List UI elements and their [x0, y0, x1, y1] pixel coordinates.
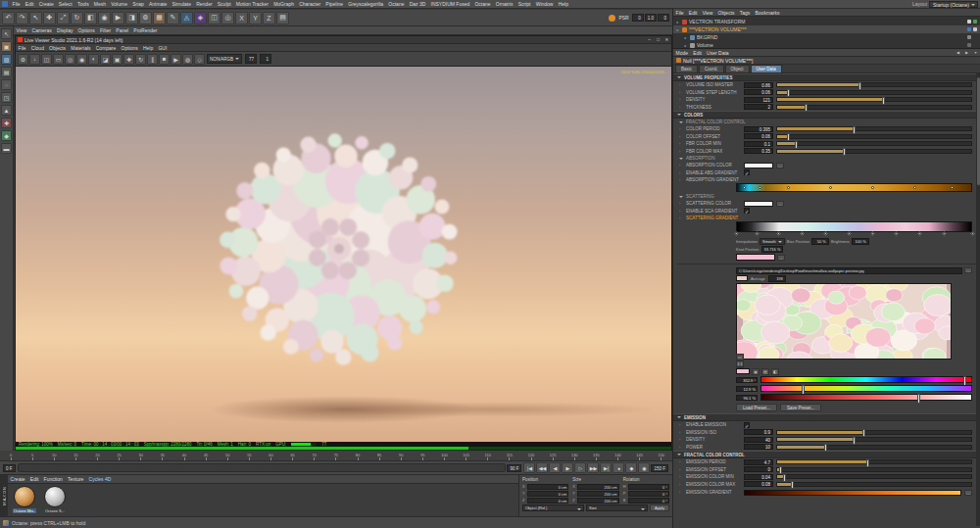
- left-tool-icon[interactable]: ▤: [1, 67, 12, 77]
- gradient-knot[interactable]: [942, 231, 946, 235]
- viewport-menu-item[interactable]: Filter: [97, 27, 113, 33]
- knot-position-field[interactable]: 33.716 %: [761, 246, 784, 253]
- menu-item[interactable]: MoGraph: [271, 1, 297, 7]
- parameter-slider[interactable]: [776, 149, 972, 154]
- picker-value-field[interactable]: 352.9 °: [736, 377, 758, 383]
- object-name[interactable]: ***VECTRON VOLUME***: [689, 26, 965, 32]
- transport-button[interactable]: ◆: [625, 462, 637, 473]
- coord-field[interactable]: 200 cm: [577, 484, 618, 490]
- attribute-menu-item[interactable]: Mode: [673, 50, 691, 56]
- bias-position-field[interactable]: 50 %: [811, 238, 829, 245]
- timeline-ruler[interactable]: 0510152025303540455055606570758085909510…: [0, 451, 672, 461]
- gradient-knot[interactable]: [787, 186, 790, 189]
- parameter-value-field[interactable]: 0.06: [744, 133, 773, 139]
- object-tag-icon[interactable]: [967, 35, 971, 39]
- section-colors[interactable]: COLORS: [673, 111, 980, 119]
- toolbar-icon[interactable]: ◬: [180, 12, 193, 24]
- object-tree-row[interactable]: ▸ BKGRND: [673, 33, 980, 41]
- transport-button[interactable]: ▷: [574, 462, 586, 473]
- object-name[interactable]: Volume: [697, 42, 965, 48]
- viewer-toolbar-icon[interactable]: ↓: [29, 54, 40, 65]
- current-frame-field[interactable]: 90 F: [507, 464, 521, 472]
- toolbar-icon[interactable]: ▤: [276, 12, 289, 24]
- gradient-knot[interactable]: [743, 186, 746, 189]
- parameter-value-field[interactable]: 121: [744, 97, 773, 103]
- average-value-field[interactable]: 198: [768, 275, 786, 282]
- expander-icon[interactable]: ▸: [675, 20, 680, 24]
- viewport-menu-item[interactable]: View: [14, 27, 29, 33]
- tab-cycles4d[interactable]: Cycles 4D: [86, 476, 114, 482]
- window-button[interactable]: –: [645, 36, 654, 43]
- left-tool-icon[interactable]: ▣: [1, 41, 12, 52]
- texture-preview-frame[interactable]: [736, 283, 952, 360]
- left-tool-icon[interactable]: ▨: [1, 54, 12, 65]
- menu-item[interactable]: Sculpt: [215, 1, 233, 7]
- object-tag-icon[interactable]: [967, 20, 971, 24]
- viewport-menu-item[interactable]: ProRender: [131, 27, 160, 33]
- gradient-knot[interactable]: [759, 186, 761, 189]
- viewer-menu-item[interactable]: GUI: [156, 45, 170, 51]
- menu-item[interactable]: Window: [533, 1, 556, 7]
- psr-indicator-icon[interactable]: [609, 15, 615, 22]
- material-menu-item[interactable]: Edit: [27, 476, 41, 482]
- object-tree-row[interactable]: ▸ ***VECTRON VOLUME***: [673, 25, 980, 33]
- picker-value-field[interactable]: 12.9 %: [736, 386, 758, 392]
- menu-item[interactable]: Script: [515, 1, 533, 7]
- menu-item[interactable]: Volume: [109, 1, 130, 7]
- object-tag-icon[interactable]: [973, 43, 977, 47]
- menu-item[interactable]: Character: [297, 1, 323, 7]
- gradient-knot[interactable]: [823, 231, 827, 235]
- menu-item[interactable]: Create: [36, 1, 56, 7]
- object-tag-icon[interactable]: [973, 27, 977, 31]
- gradient-knot[interactable]: [871, 231, 875, 235]
- material-menu-item[interactable]: Function: [41, 476, 65, 482]
- transport-button[interactable]: ▶: [562, 462, 573, 473]
- transport-button[interactable]: ◀: [549, 462, 561, 473]
- knot-color-browse-button[interactable]: ...: [777, 255, 785, 261]
- menu-item[interactable]: Select: [56, 1, 74, 7]
- parameter-value-field[interactable]: 0.395: [744, 126, 773, 132]
- gradient-knot[interactable]: [829, 186, 832, 189]
- absorption-gradient-bar[interactable]: [736, 183, 972, 192]
- scattering-color-swatch[interactable]: [744, 201, 773, 207]
- menu-item[interactable]: File: [10, 1, 23, 7]
- gradient-knot[interactable]: [848, 231, 852, 235]
- coord-size-dropdown[interactable]: Size: [586, 504, 648, 511]
- left-tool-icon[interactable]: ▬: [1, 143, 12, 154]
- viewer-toolbar-icon[interactable]: ◫: [41, 54, 52, 65]
- parameter-value-field[interactable]: 2: [744, 104, 773, 110]
- object-manager-menu-item[interactable]: View: [700, 10, 715, 16]
- toolbar-icon[interactable]: ◧: [84, 12, 97, 24]
- object-manager-menu-item[interactable]: File: [673, 10, 686, 16]
- transport-button[interactable]: ▶|: [600, 462, 612, 473]
- viewer-toolbar-icon[interactable]: ◐: [88, 54, 99, 65]
- coord-field[interactable]: 0 °: [628, 484, 669, 490]
- coord-field[interactable]: 200 cm: [577, 498, 618, 504]
- viewer-menu-item[interactable]: Objects: [47, 45, 69, 51]
- menu-item[interactable]: Snap: [130, 1, 147, 7]
- toolbar-icon[interactable]: ↶: [2, 12, 15, 24]
- toolbar-icon[interactable]: ⤢: [57, 12, 70, 24]
- toolbar-icon[interactable]: ↖: [29, 12, 42, 24]
- gradient-knot[interactable]: [913, 186, 916, 189]
- gradient-knot[interactable]: [951, 186, 954, 189]
- gradient-knot[interactable]: [776, 231, 780, 235]
- coord-field[interactable]: 0 °: [628, 491, 669, 497]
- object-tree-row[interactable]: ▸ VECTRON TRANSFORM: [673, 18, 980, 25]
- end-frame-field[interactable]: 150 F: [651, 464, 668, 472]
- enable-abs-gradient-checkbox[interactable]: ✓: [744, 169, 750, 175]
- viewer-menu-item[interactable]: Compare: [93, 45, 119, 51]
- toolbar-icon[interactable]: ✎: [167, 12, 179, 24]
- knot-color-swatch[interactable]: [736, 254, 775, 261]
- parameter-value-field[interactable]: 0.86: [744, 82, 773, 88]
- layout-dropdown[interactable]: Startup (Octane): [929, 1, 978, 8]
- viewer-toolbar-icon[interactable]: ▭: [53, 54, 64, 65]
- gradient-knot[interactable]: [918, 231, 922, 235]
- interpolation-dropdown[interactable]: Smooth: [760, 238, 785, 245]
- parameter-slider[interactable]: [776, 459, 972, 464]
- picker-mode-icon[interactable]: ▤: [761, 368, 769, 375]
- timeline-scrubber[interactable]: [18, 463, 507, 472]
- expander-icon[interactable]: ▸: [683, 35, 688, 40]
- menu-item[interactable]: Motion Tracker: [233, 1, 270, 7]
- window-button[interactable]: □: [654, 36, 662, 43]
